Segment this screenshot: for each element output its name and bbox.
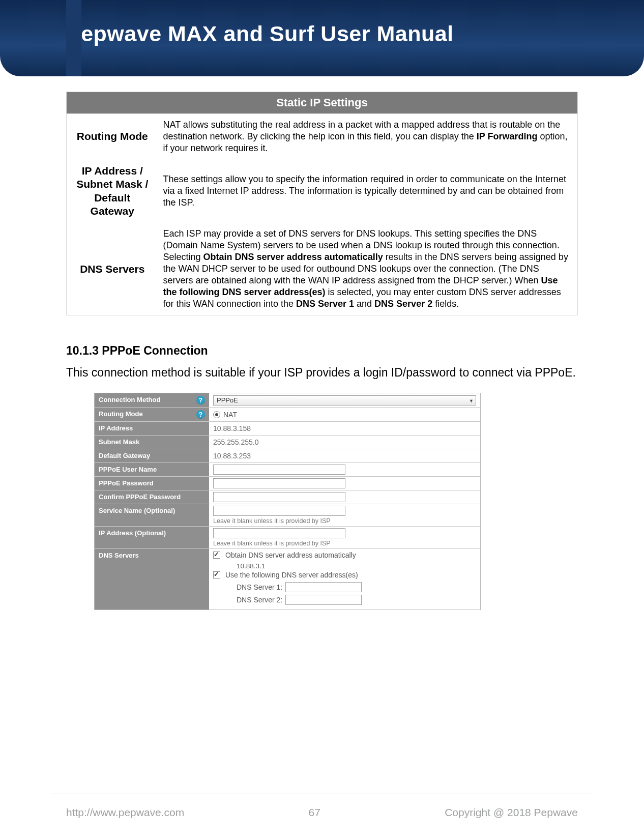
label-service-name: Service Name (Optional) (95, 504, 209, 526)
document-title: Pepwave MAX and Surf User Manual (66, 21, 613, 46)
row-label-dns: DNS Servers (67, 223, 158, 315)
pppoe-user-input[interactable] (213, 465, 345, 475)
value-pppoe-pass2 (209, 490, 480, 504)
label-ip-address: IP Address (95, 422, 209, 435)
value-default-gateway: 10.88.3.253 (209, 449, 480, 462)
label-pppoe-pass: PPPoE Password (95, 477, 209, 490)
text: and (354, 299, 374, 309)
label-text: Connection Method (99, 396, 160, 403)
row-routing-mode: Routing Mode ? NAT (95, 408, 480, 422)
dns-server-2-label: DNS Server 2: (237, 596, 282, 604)
value-routing-mode: NAT (209, 408, 480, 421)
label-subnet-mask: Subnet Mask (95, 436, 209, 449)
label-text: Routing Mode (99, 410, 143, 418)
service-name-hint: Leave it blank unless it is provided by … (213, 517, 476, 525)
connection-method-select[interactable]: PPPoE (213, 395, 476, 405)
value-ip-optional: Leave it blank unless it is provided by … (209, 527, 480, 548)
dns-server-2-row: DNS Server 2: (237, 595, 476, 605)
row-connection-method: Connection Method ? PPPoE (95, 393, 480, 408)
routing-mode-nat-radio[interactable] (213, 411, 220, 418)
dns-auto-option: Obtain DNS server address automatically (213, 551, 476, 559)
label-ip-optional: IP Address (Optional) (95, 527, 209, 548)
dns-server-1-label: DNS Server 1: (237, 583, 282, 591)
dns-auto-checkbox[interactable] (213, 552, 220, 559)
row-label-routing-mode: Routing Mode (67, 114, 158, 160)
row-desc-ip-mask-gw: These settings allow you to specify the … (158, 159, 578, 223)
help-icon[interactable]: ? (196, 396, 205, 404)
radio-label: NAT (223, 411, 237, 419)
value-pppoe-pass (209, 477, 480, 490)
label-pppoe-user: PPPoE User Name (95, 463, 209, 476)
service-name-input[interactable] (213, 506, 345, 516)
section-paragraph: This connection method is suitable if yo… (66, 365, 578, 381)
dns-manual-option: Use the following DNS server address(es) (213, 571, 476, 579)
help-icon[interactable]: ? (196, 410, 205, 419)
table-row: Routing Mode NAT allows substituting the… (67, 114, 578, 160)
dns-auto-label: Obtain DNS server address automatically (225, 551, 356, 559)
header-band: Pepwave MAX and Surf User Manual (0, 0, 644, 76)
value-dns-servers: Obtain DNS server address automatically … (209, 549, 480, 610)
row-ip-optional: IP Address (Optional) Leave it blank unl… (95, 527, 480, 549)
value-subnet-mask: 255.255.255.0 (209, 436, 480, 449)
row-pppoe-pass2: Confirm PPPoE Password (95, 490, 480, 504)
table-title: Static IP Settings (67, 92, 578, 114)
row-subnet-mask: Subnet Mask 255.255.255.0 (95, 436, 480, 449)
page-footer: http://www.pepwave.com 67 Copyright @ 20… (0, 806, 644, 819)
dns-manual-label: Use the following DNS server address(es) (225, 571, 358, 579)
table-row: DNS Servers Each ISP may provide a set o… (67, 223, 578, 315)
row-dns-servers: DNS Servers Obtain DNS server address au… (95, 549, 480, 610)
dns-auto-ip: 10.88.3.1 (237, 562, 476, 570)
bold-text: DNS Server 1 (296, 299, 354, 309)
dns-server-2-input[interactable] (285, 595, 362, 605)
row-desc-dns: Each ISP may provide a set of DNS server… (158, 223, 578, 315)
row-label-ip-mask-gw: IP Address / Subnet Mask / Default Gatew… (67, 159, 158, 223)
label-connection-method: Connection Method ? (95, 393, 209, 407)
row-desc-routing-mode: NAT allows substituting the real address… (158, 114, 578, 160)
bold-text: DNS Server 2 (374, 299, 432, 309)
value-service-name: Leave it blank unless it is provided by … (209, 504, 480, 526)
footer-divider (51, 794, 593, 794)
row-pppoe-user: PPPoE User Name (95, 463, 480, 477)
footer-url: http://www.pepwave.com (66, 806, 184, 819)
text: These settings allow you to specify the … (163, 174, 566, 208)
pppoe-pass2-input[interactable] (213, 492, 345, 502)
static-ip-settings-table: Static IP Settings Routing Mode NAT allo… (66, 92, 578, 315)
label-dns-servers: DNS Servers (95, 549, 209, 610)
label-default-gateway: Default Gateway (95, 449, 209, 462)
label-routing-mode: Routing Mode ? (95, 408, 209, 421)
label-pppoe-pass2: Confirm PPPoE Password (95, 490, 209, 504)
bold-text: Obtain DNS server address automatically (203, 252, 383, 262)
row-service-name: Service Name (Optional) Leave it blank u… (95, 504, 480, 527)
footer-copyright: Copyright @ 2018 Pepwave (445, 806, 578, 819)
table-row: IP Address / Subnet Mask / Default Gatew… (67, 159, 578, 223)
row-ip-address: IP Address 10.88.3.158 (95, 422, 480, 436)
ip-optional-hint: Leave it blank unless it is provided by … (213, 540, 476, 547)
dns-manual-checkbox[interactable] (213, 571, 220, 578)
dns-server-1-row: DNS Server 1: (237, 582, 476, 592)
value-ip-address: 10.88.3.158 (209, 422, 480, 435)
bold-text: IP Forwarding (477, 131, 538, 141)
text: fields. (432, 299, 459, 309)
page-number: 67 (309, 806, 320, 819)
dns-server-1-input[interactable] (285, 582, 362, 592)
pppoe-config-panel: Connection Method ? PPPoE Routing Mode ?… (94, 393, 481, 610)
section-heading: 10.1.3 PPPoE Connection (66, 344, 578, 358)
page-content: Static IP Settings Routing Mode NAT allo… (0, 76, 644, 610)
pppoe-pass-input[interactable] (213, 478, 345, 488)
row-pppoe-pass: PPPoE Password (95, 477, 480, 490)
value-pppoe-user (209, 463, 480, 476)
value-connection-method: PPPoE (209, 393, 480, 407)
table-header-row: Static IP Settings (67, 92, 578, 114)
row-default-gateway: Default Gateway 10.88.3.253 (95, 449, 480, 463)
ip-optional-input[interactable] (213, 528, 345, 538)
